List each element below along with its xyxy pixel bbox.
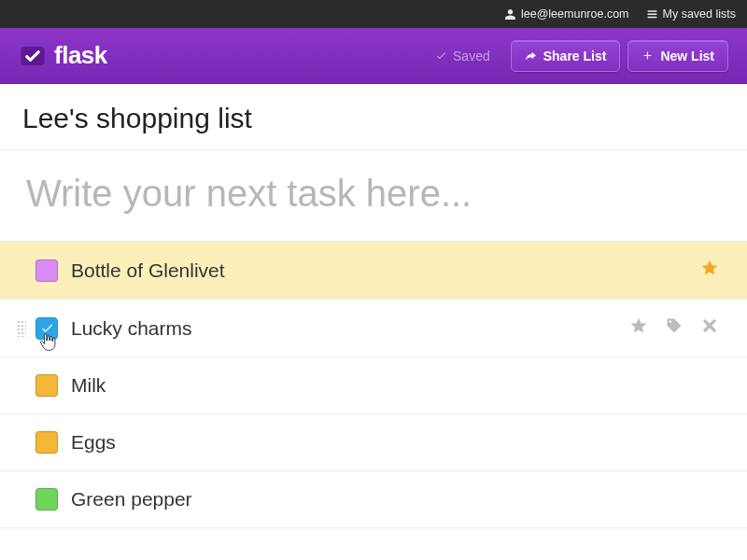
- delete-icon[interactable]: [700, 316, 719, 340]
- share-list-label: Share List: [543, 49, 607, 63]
- saved-lists-label: My saved lists: [663, 7, 737, 21]
- task-checkbox[interactable]: [35, 374, 58, 397]
- task-actions: [700, 259, 719, 282]
- list-title-row: Lee's shopping list: [0, 84, 747, 150]
- task-checkbox[interactable]: [35, 431, 58, 454]
- task-row[interactable]: Lucky charms: [0, 300, 747, 357]
- save-status-label: Saved: [453, 49, 490, 63]
- top-bar: lee@leemunroe.com My saved lists: [0, 0, 747, 28]
- task-row[interactable]: Bottle of Glenlivet: [0, 242, 747, 300]
- task-label[interactable]: Milk: [71, 374, 719, 397]
- new-task-input[interactable]: [26, 173, 721, 215]
- task-checkbox[interactable]: [35, 317, 58, 340]
- new-list-label: New List: [660, 49, 714, 63]
- task-row[interactable]: Eggs: [0, 414, 747, 471]
- list-icon: [646, 8, 658, 21]
- logo-text: flask: [54, 41, 107, 70]
- brand-bar: flask Saved Share List New List: [0, 28, 747, 84]
- logo[interactable]: flask: [19, 41, 107, 70]
- task-row[interactable]: Green pepper: [0, 471, 747, 528]
- new-task-row: [0, 150, 747, 242]
- plus-icon: [641, 49, 654, 62]
- task-actions: [629, 316, 719, 340]
- task-list: Bottle of GlenlivetLucky charmsMilkEggsG…: [0, 242, 747, 528]
- account-link[interactable]: lee@leemunroe.com: [504, 7, 629, 21]
- new-list-button[interactable]: New List: [627, 40, 728, 72]
- user-icon: [504, 8, 516, 21]
- task-checkbox[interactable]: [35, 259, 58, 282]
- task-label[interactable]: Lucky charms: [71, 317, 629, 340]
- account-email: lee@leemunroe.com: [521, 7, 629, 21]
- check-icon: [435, 49, 447, 62]
- save-status: Saved: [435, 49, 490, 63]
- drag-handle-icon[interactable]: [17, 320, 26, 337]
- tag-icon[interactable]: [665, 316, 684, 340]
- task-label[interactable]: Eggs: [71, 431, 719, 454]
- logo-mark-icon: [19, 42, 47, 70]
- task-checkbox[interactable]: [35, 488, 58, 511]
- task-label[interactable]: Green pepper: [71, 488, 719, 511]
- star-icon[interactable]: [629, 316, 648, 340]
- star-icon[interactable]: [700, 259, 719, 282]
- saved-lists-link[interactable]: My saved lists: [646, 7, 737, 21]
- share-list-button[interactable]: Share List: [511, 40, 621, 72]
- task-label[interactable]: Bottle of Glenlivet: [71, 259, 700, 282]
- list-title[interactable]: Lee's shopping list: [22, 103, 725, 134]
- task-row[interactable]: Milk: [0, 357, 747, 414]
- share-icon: [525, 49, 537, 62]
